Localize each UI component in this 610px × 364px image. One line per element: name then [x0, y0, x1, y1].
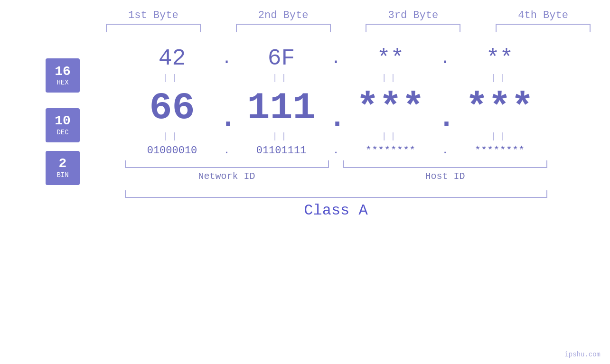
dec-dot-3: .: [438, 102, 452, 134]
class-label: Class A: [304, 202, 367, 219]
host-id-section: Host ID: [343, 160, 547, 182]
watermark: ipshu.com: [564, 351, 601, 358]
eq-4: ||: [452, 73, 547, 83]
bin-row: 2 BIN 01000010 . 01101111 . ******** . *…: [0, 145, 610, 157]
dec-dot-2: .: [329, 102, 343, 134]
bin-val-4: ********: [452, 145, 547, 157]
hex-dot-2: .: [329, 49, 343, 68]
bracket-3: [366, 24, 460, 32]
dec-values: 66 . 111 . *** . ***: [125, 86, 547, 130]
byte-2-label: 2nd Byte: [236, 9, 331, 21]
network-id-label: Network ID: [198, 171, 255, 182]
dec-val-1: 66: [125, 86, 220, 130]
host-bracket: [343, 160, 547, 168]
hex-val-3: **: [343, 46, 438, 71]
dec-badge: 10 DEC: [46, 108, 80, 142]
byte-3-label: 3rd Byte: [366, 9, 460, 21]
bin-dot-3: .: [438, 145, 452, 157]
eq-3: ||: [343, 73, 438, 83]
hex-val-4: **: [452, 46, 547, 71]
byte-4-label: 4th Byte: [496, 9, 591, 21]
dec-val-3: ***: [343, 86, 438, 130]
dec-val-2: 111: [234, 86, 329, 130]
network-id-section: Network ID: [125, 160, 329, 182]
hex-dot-1: .: [220, 49, 234, 68]
bracket-4: [496, 24, 591, 32]
bracket-1: [106, 24, 201, 32]
bin-val-2: 01101111: [234, 145, 329, 157]
hex-val-1: 42: [125, 46, 220, 71]
eq-1: ||: [125, 73, 220, 83]
top-brackets: [0, 24, 610, 32]
eq2-1: ||: [125, 131, 220, 141]
main-container: 1st Byte 2nd Byte 3rd Byte 4th Byte 16 H…: [0, 0, 610, 364]
equals-row-1: || || || ||: [0, 73, 610, 83]
bin-dot-1: .: [220, 145, 234, 157]
bin-badge: 2 BIN: [46, 151, 80, 185]
dec-val-4: ***: [452, 86, 547, 130]
hex-val-2: 6F: [234, 46, 329, 71]
byte-headers: 1st Byte 2nd Byte 3rd Byte 4th Byte: [0, 9, 610, 21]
dec-dot-1: .: [220, 102, 234, 134]
host-id-label: Host ID: [425, 171, 465, 182]
eq-2: ||: [234, 73, 329, 83]
hex-row: 16 HEX 42 . 6F . ** . **: [0, 46, 610, 71]
class-section: Class A: [0, 190, 610, 219]
bin-val-3: ********: [343, 145, 438, 157]
byte-1-label: 1st Byte: [106, 9, 201, 21]
bin-values: 01000010 . 01101111 . ******** . *******…: [125, 145, 547, 157]
hex-values: 42 . 6F . ** . **: [125, 46, 547, 71]
bracket-2: [236, 24, 331, 32]
network-bracket: [125, 160, 329, 168]
bin-val-1: 01000010: [125, 145, 220, 157]
rows-and-badges: 16 HEX 42 . 6F . ** . ** || || ||: [0, 32, 610, 219]
eq2-3: ||: [343, 131, 438, 141]
eq2-4: ||: [452, 131, 547, 141]
network-host-section: Network ID Host ID: [0, 160, 610, 182]
hex-badge: 16 HEX: [46, 58, 80, 93]
equals-row-2: || || || ||: [0, 131, 610, 141]
eq2-2: ||: [234, 131, 329, 141]
class-bracket: [125, 190, 547, 198]
dec-row: 10 DEC 66 . 111 . *** . ***: [0, 86, 610, 130]
bin-dot-2: .: [329, 145, 343, 157]
hex-dot-3: .: [438, 49, 452, 68]
